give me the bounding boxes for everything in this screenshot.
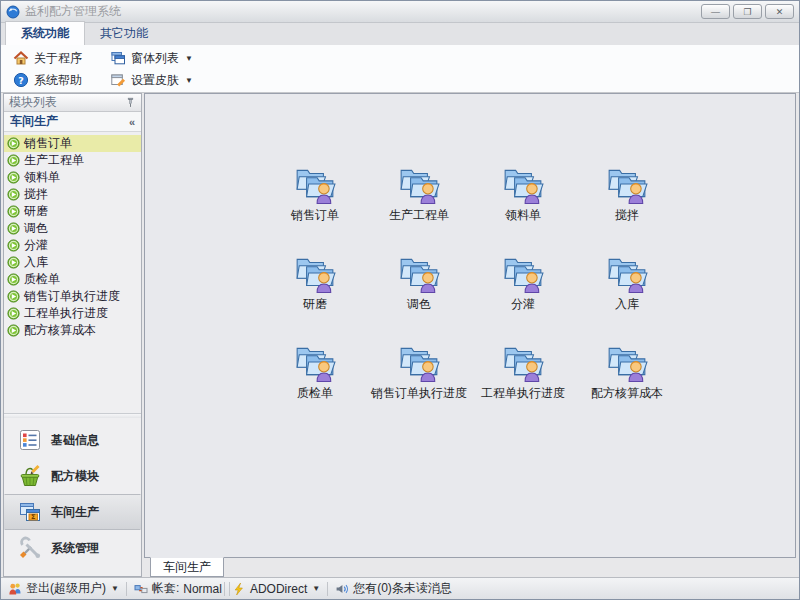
- nav-item-label: 分灌: [24, 237, 48, 254]
- folder-user-icon: [398, 342, 440, 382]
- nav-item-label: 工程单执行进度: [24, 305, 108, 322]
- logout-label: 登出(超级用户): [26, 580, 106, 597]
- module-stirring[interactable]: 搅拌: [575, 164, 679, 253]
- module-warehousing[interactable]: 入库: [575, 253, 679, 342]
- section-label: 基础信息: [51, 432, 99, 449]
- maximize-button[interactable]: ❐: [733, 4, 762, 19]
- minimize-button[interactable]: —: [701, 4, 730, 19]
- green-arrow-icon: [7, 307, 20, 320]
- sidebar-item-warehousing[interactable]: 入库: [4, 254, 141, 271]
- pin-icon[interactable]: [125, 97, 136, 108]
- sidebar-item-work-order-progress[interactable]: 工程单执行进度: [4, 305, 141, 322]
- account-set-icon: [134, 582, 148, 596]
- lightning-icon: [232, 582, 246, 596]
- skin-icon: [110, 72, 126, 88]
- workspace: 销售订单 生产工程单 领料单 搅拌: [144, 93, 796, 558]
- unread-messages-indicator[interactable]: 您有(0)条未读消息: [335, 580, 452, 597]
- document-tabstrip: 车间生产: [144, 558, 796, 577]
- sidebar-item-sales-order[interactable]: 销售订单: [4, 135, 141, 152]
- sidebar-item-quality-check[interactable]: 质检单: [4, 271, 141, 288]
- module-label: 分灌: [511, 296, 535, 313]
- about-program-label: 关于程序: [34, 50, 82, 67]
- tab-system-functions[interactable]: 系统功能: [5, 21, 85, 45]
- module-material-request[interactable]: 领料单: [471, 164, 575, 253]
- logout-button[interactable]: 登出(超级用户) ▼: [8, 580, 119, 597]
- sidebar-section-workshop-production[interactable]: 车间生产: [4, 494, 141, 530]
- window-controls: — ❐ ✕: [698, 4, 794, 19]
- document-tab-workshop[interactable]: 车间生产: [150, 557, 224, 577]
- close-button[interactable]: ✕: [765, 4, 794, 19]
- tab-other-functions[interactable]: 其它功能: [85, 22, 163, 45]
- module-label: 搅拌: [615, 207, 639, 224]
- account-set-indicator[interactable]: 帐套: Normal: [134, 580, 222, 597]
- module-quality-check[interactable]: 质检单: [263, 342, 367, 431]
- green-arrow-icon: [7, 290, 20, 303]
- nav-item-label: 领料单: [24, 169, 60, 186]
- collapse-icon[interactable]: «: [129, 116, 135, 128]
- set-skin-button[interactable]: 设置皮肤 ▼: [106, 70, 197, 91]
- nav-item-label: 质检单: [24, 271, 60, 288]
- sidebar-section-formula-module[interactable]: 配方模块: [4, 458, 141, 494]
- section-list: 基础信息 配方模块 车间生产 系统管理: [4, 418, 141, 576]
- nav-item-label: 调色: [24, 220, 48, 237]
- sidebar-item-formula-costing[interactable]: 配方核算成本: [4, 322, 141, 339]
- folder-user-icon: [294, 342, 336, 382]
- module-color-mixing[interactable]: 调色: [367, 253, 471, 342]
- form-list-button[interactable]: 窗体列表 ▼: [106, 48, 197, 69]
- module-production-order[interactable]: 生产工程单: [367, 164, 471, 253]
- sidebar-item-production-order[interactable]: 生产工程单: [4, 152, 141, 169]
- module-grinding[interactable]: 研磨: [263, 253, 367, 342]
- home-icon: [13, 50, 29, 66]
- green-arrow-icon: [7, 222, 20, 235]
- statusbar: 登出(超级用户) ▼ 帐套: Normal ADODirect ▼ 您有(0)条…: [1, 577, 799, 599]
- module-sales-order-progress[interactable]: 销售订单执行进度: [367, 342, 471, 431]
- app-window: 益利配方管理系统 — ❐ ✕ 系统功能 其它功能 关于程序 窗体列表 ▼: [0, 0, 800, 600]
- folder-user-icon: [294, 164, 336, 204]
- sidebar-panel-header: 模块列表: [4, 94, 141, 112]
- folder-user-icon: [606, 253, 648, 293]
- statusbar-divider: [229, 582, 230, 596]
- tools-icon: [18, 536, 42, 560]
- unread-messages-label: 您有(0)条未读消息: [353, 580, 452, 597]
- sidebar-item-stirring[interactable]: 搅拌: [4, 186, 141, 203]
- module-nav-list: 销售订单 生产工程单 领料单 搅拌 研磨: [4, 132, 141, 339]
- toolbar-row-2: 系统帮助 设置皮肤 ▼: [9, 69, 799, 91]
- module-label: 调色: [407, 296, 431, 313]
- sidebar-item-material-request[interactable]: 领料单: [4, 169, 141, 186]
- module-label: 质检单: [297, 385, 333, 402]
- sidebar-item-color-mixing[interactable]: 调色: [4, 220, 141, 237]
- module-work-order-progress[interactable]: 工程单执行进度: [471, 342, 575, 431]
- sidebar-section-system-management[interactable]: 系统管理: [4, 530, 141, 566]
- green-arrow-icon: [7, 239, 20, 252]
- ribbon-toolbar: 关于程序 窗体列表 ▼ 系统帮助 设置皮肤 ▼: [1, 45, 799, 93]
- statusbar-divider: [327, 582, 328, 596]
- sidebar-group-header: 车间生产 «: [4, 112, 141, 132]
- nav-item-label: 销售订单执行进度: [24, 288, 120, 305]
- module-filling[interactable]: 分灌: [471, 253, 575, 342]
- sidebar-section-basic-info[interactable]: 基础信息: [4, 422, 141, 458]
- info-list-icon: [18, 428, 42, 452]
- module-label: 研磨: [303, 296, 327, 313]
- account-set-value: Normal: [183, 582, 222, 596]
- folder-user-icon: [502, 253, 544, 293]
- about-program-button[interactable]: 关于程序: [9, 48, 86, 69]
- module-sales-order[interactable]: 销售订单: [263, 164, 367, 253]
- nav-item-label: 研磨: [24, 203, 48, 220]
- module-label: 工程单执行进度: [481, 385, 565, 402]
- connection-mode-button[interactable]: ADODirect ▼: [232, 582, 320, 596]
- sidebar-item-grinding[interactable]: 研磨: [4, 203, 141, 220]
- module-formula-costing[interactable]: 配方核算成本: [575, 342, 679, 431]
- nav-item-label: 搅拌: [24, 186, 48, 203]
- sidebar-item-filling[interactable]: 分灌: [4, 237, 141, 254]
- section-label: 系统管理: [51, 540, 99, 557]
- dropdown-arrow-icon: ▼: [312, 584, 320, 593]
- system-help-button[interactable]: 系统帮助: [9, 70, 86, 91]
- nav-item-label: 销售订单: [24, 135, 72, 152]
- folder-user-icon: [398, 164, 440, 204]
- help-icon: [13, 72, 29, 88]
- workshop-icon: [18, 500, 42, 524]
- green-arrow-icon: [7, 256, 20, 269]
- module-sidebar: 模块列表 车间生产 « 销售订单 生产工程单 领料单: [3, 93, 142, 577]
- sidebar-item-sales-order-progress[interactable]: 销售订单执行进度: [4, 288, 141, 305]
- nav-item-label: 入库: [24, 254, 48, 271]
